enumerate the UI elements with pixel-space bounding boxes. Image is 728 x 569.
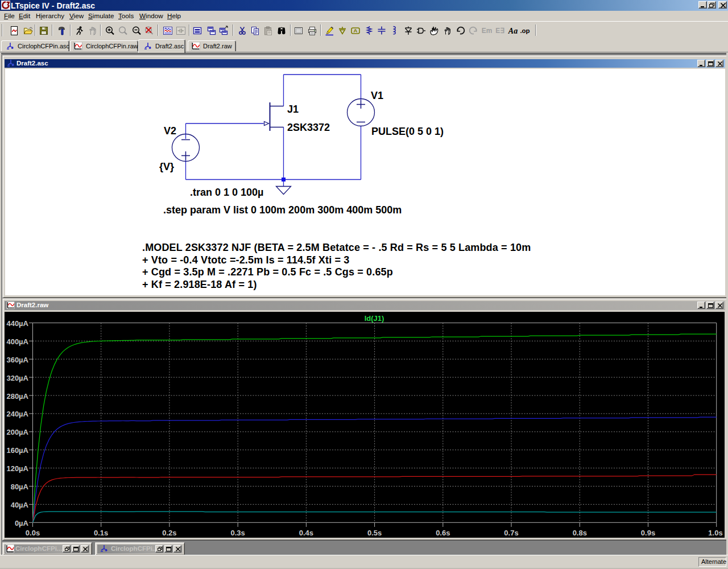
svg-text:{V}: {V} bbox=[159, 161, 174, 172]
svg-text:2SK3372: 2SK3372 bbox=[287, 122, 330, 133]
svg-text:360µA: 360µA bbox=[6, 355, 28, 364]
svg-text:0.2s: 0.2s bbox=[162, 529, 176, 537]
svg-text:0.1s: 0.1s bbox=[94, 529, 108, 537]
svg-text:0.8s: 0.8s bbox=[572, 529, 586, 537]
svg-text:1.0s: 1.0s bbox=[708, 529, 722, 537]
svg-text:.MODEL 2SK3372 NJF (BETA = 2.5: .MODEL 2SK3372 NJF (BETA = 2.5M Betatce … bbox=[142, 242, 531, 253]
svg-text:.tran 0 1 0 100µ: .tran 0 1 0 100µ bbox=[190, 187, 263, 198]
svg-text:0.6s: 0.6s bbox=[436, 529, 450, 537]
svg-text:320µA: 320µA bbox=[6, 373, 28, 382]
svg-text:0µA: 0µA bbox=[14, 518, 28, 527]
svg-text:400µA: 400µA bbox=[6, 337, 28, 345]
svg-text:.op: .op bbox=[520, 27, 530, 34]
svg-text:0.4s: 0.4s bbox=[299, 529, 313, 537]
svg-text:V1: V1 bbox=[371, 90, 383, 101]
svg-text:160µA: 160µA bbox=[6, 446, 28, 455]
svg-text:+ Cgd = 3.5p M = .2271 Pb = 0.: + Cgd = 3.5p M = .2271 Pb = 0.5 Fc = .5 … bbox=[142, 266, 393, 278]
svg-text:A: A bbox=[353, 27, 357, 34]
svg-text:0.3s: 0.3s bbox=[230, 529, 245, 537]
svg-text:V2: V2 bbox=[164, 125, 176, 137]
svg-text:120µA: 120µA bbox=[6, 464, 28, 473]
svg-text:J1: J1 bbox=[287, 104, 299, 115]
svg-text:+ Kf = 2.918E-18 Af = 1): + Kf = 2.918E-18 Af = 1) bbox=[142, 279, 257, 290]
svg-text:40µA: 40µA bbox=[10, 500, 28, 509]
svg-text:0.9s: 0.9s bbox=[640, 529, 655, 537]
svg-text:.step param V list 0 100m 200m: .step param V list 0 100m 200m 300m 400m… bbox=[163, 204, 402, 216]
svg-text:440µA: 440µA bbox=[6, 319, 28, 327]
svg-text:200µA: 200µA bbox=[6, 428, 28, 436]
svg-text:Aa: Aa bbox=[508, 27, 518, 35]
svg-text:240µA: 240µA bbox=[6, 410, 28, 418]
svg-text:0.7s: 0.7s bbox=[504, 529, 518, 537]
svg-text:0.0s: 0.0s bbox=[25, 529, 39, 537]
svg-text:80µA: 80µA bbox=[10, 483, 28, 491]
svg-text:Em: Em bbox=[482, 27, 492, 35]
svg-text:Id(J1): Id(J1) bbox=[364, 314, 384, 323]
svg-text:280µA: 280µA bbox=[6, 391, 28, 400]
svg-text:+ Vto = -0.4 Vtotc =-2.5m Is =: + Vto = -0.4 Vtotc =-2.5m Is = 114.5f Xt… bbox=[142, 254, 349, 266]
svg-text:E∃: E∃ bbox=[495, 27, 504, 35]
svg-text:0.5s: 0.5s bbox=[367, 529, 381, 537]
svg-text:PULSE(0 5 0 1): PULSE(0 5 0 1) bbox=[371, 126, 444, 137]
